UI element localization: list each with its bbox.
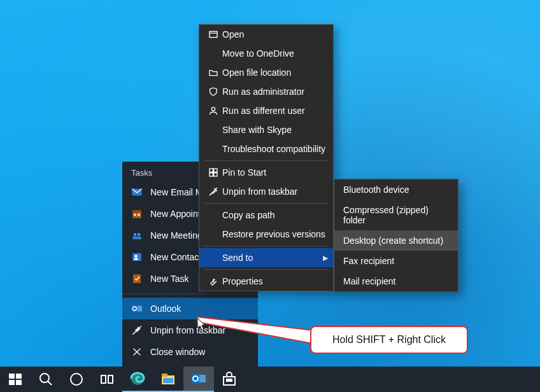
ctx-troubleshoot[interactable]: Troubleshoot compatibility: [199, 139, 333, 158]
user-icon: [204, 106, 222, 116]
calendar-icon: [131, 208, 143, 220]
shield-icon: [204, 87, 222, 97]
ctx-open-file-location[interactable]: Open file location: [199, 63, 333, 82]
taskbar-store[interactable]: [214, 367, 245, 392]
ctx-label: Copy as path: [222, 210, 328, 220]
svg-rect-7: [132, 237, 141, 240]
ctx-restore-previous[interactable]: Restore previous versions: [199, 225, 333, 244]
ctx-label: Pin to Start: [222, 167, 328, 178]
jump-action-unpin[interactable]: Unpin from taskbar: [122, 319, 258, 341]
ctx-move-onedrive[interactable]: Move to OneDrive: [199, 44, 333, 63]
ctx-run-admin[interactable]: Run as administrator: [199, 82, 333, 101]
ctx-properties[interactable]: Properties: [199, 272, 333, 291]
ctx-open[interactable]: Open: [199, 25, 333, 44]
svg-rect-21: [210, 169, 213, 172]
store-icon: [222, 372, 237, 387]
divider: [204, 160, 328, 161]
ctx-label: Move to OneDrive: [222, 48, 328, 59]
svg-point-6: [138, 233, 141, 236]
svg-rect-37: [162, 374, 167, 377]
task-icon: [131, 273, 143, 284]
svg-rect-18: [210, 31, 217, 37]
svg-rect-10: [134, 258, 138, 260]
svg-line-31: [48, 381, 52, 385]
unpin-icon: [131, 325, 143, 336]
sub-mail[interactable]: Mail recipient: [334, 271, 458, 291]
wrench-icon: [204, 276, 222, 286]
ctx-label: Share with Skype: [222, 125, 328, 135]
sub-compressed[interactable]: Compressed (zipped) folder: [334, 200, 458, 230]
outlook-icon: [131, 303, 143, 314]
ctx-label: Troubleshoot compatibility: [222, 144, 328, 154]
context-menu: Open Move to OneDrive Open file location…: [199, 24, 334, 291]
ctx-share-skype[interactable]: Share with Skype: [199, 120, 333, 139]
svg-rect-28: [9, 380, 15, 385]
taskbar-file-explorer[interactable]: [153, 367, 183, 392]
divider: [122, 293, 258, 294]
folder-open-icon: [204, 67, 222, 78]
context-submenu-send-to: Bluetooth device Compressed (zipped) fol…: [334, 179, 458, 292]
svg-point-9: [134, 255, 138, 258]
svg-rect-26: [9, 374, 15, 379]
cortana-button[interactable]: [61, 367, 92, 392]
svg-rect-3: [134, 214, 136, 216]
jump-task-label: New Contact: [150, 252, 201, 262]
jump-action-close[interactable]: Close window: [122, 341, 258, 363]
sub-bluetooth[interactable]: Bluetooth device: [334, 179, 458, 200]
svg-rect-11: [133, 274, 141, 283]
ctx-label: Restore previous versions: [222, 229, 328, 239]
ctx-label: Properties: [222, 276, 328, 286]
meeting-icon: [131, 230, 143, 241]
svg-rect-44: [230, 379, 232, 381]
svg-point-20: [211, 108, 215, 111]
taskbar: [0, 367, 540, 392]
sub-desktop-shortcut[interactable]: Desktop (create shortcut): [334, 230, 458, 251]
file-explorer-icon: [160, 371, 176, 386]
svg-line-25: [210, 188, 217, 195]
jump-task-label: New Meeting: [150, 230, 202, 241]
taskbar-outlook[interactable]: [183, 367, 214, 392]
ctx-label: Unpin from taskbar: [222, 186, 328, 197]
ctx-label: Send to: [222, 253, 319, 263]
svg-rect-43: [227, 379, 229, 381]
start-button[interactable]: [0, 367, 31, 392]
svg-rect-4: [138, 214, 140, 216]
windows-icon: [8, 372, 23, 387]
contact-icon: [131, 251, 143, 263]
unpin-icon: [204, 186, 222, 197]
svg-rect-24: [214, 173, 217, 176]
jump-action-label: Unpin from taskbar: [150, 325, 225, 335]
edge-icon: [130, 371, 145, 386]
svg-point-5: [134, 233, 137, 236]
ctx-label: Run as different user: [222, 106, 328, 116]
sub-label: Desktop (create shortcut): [343, 235, 443, 246]
search-button[interactable]: [31, 367, 61, 392]
divider: [204, 246, 328, 246]
cortana-icon: [69, 372, 84, 387]
ctx-unpin-taskbar[interactable]: Unpin from taskbar: [199, 182, 333, 201]
svg-rect-41: [199, 375, 206, 382]
cursor-icon: [197, 318, 208, 331]
jump-app-outlook[interactable]: Outlook: [122, 298, 258, 319]
sub-label: Fax recipient: [343, 256, 394, 266]
ctx-run-different-user[interactable]: Run as different user: [199, 101, 333, 120]
chevron-right-icon: ▶: [319, 254, 328, 262]
open-icon: [204, 29, 222, 39]
svg-rect-27: [16, 374, 22, 379]
ctx-label: Open file location: [222, 67, 328, 78]
jump-app-label: Outlook: [150, 304, 181, 314]
svg-rect-23: [210, 173, 213, 176]
ctx-copy-as-path[interactable]: Copy as path: [199, 206, 333, 225]
svg-rect-38: [163, 378, 173, 383]
svg-point-32: [71, 374, 82, 385]
task-view-button[interactable]: [92, 367, 122, 392]
jump-action-label: Close window: [150, 347, 205, 357]
ctx-send-to[interactable]: Send to ▶: [199, 248, 333, 267]
svg-rect-14: [138, 306, 143, 312]
close-icon: [131, 346, 143, 358]
svg-rect-29: [16, 380, 22, 385]
search-icon: [38, 372, 53, 387]
ctx-pin-start[interactable]: Pin to Start: [199, 163, 333, 182]
sub-fax[interactable]: Fax recipient: [334, 251, 458, 271]
taskbar-edge[interactable]: [122, 367, 153, 392]
